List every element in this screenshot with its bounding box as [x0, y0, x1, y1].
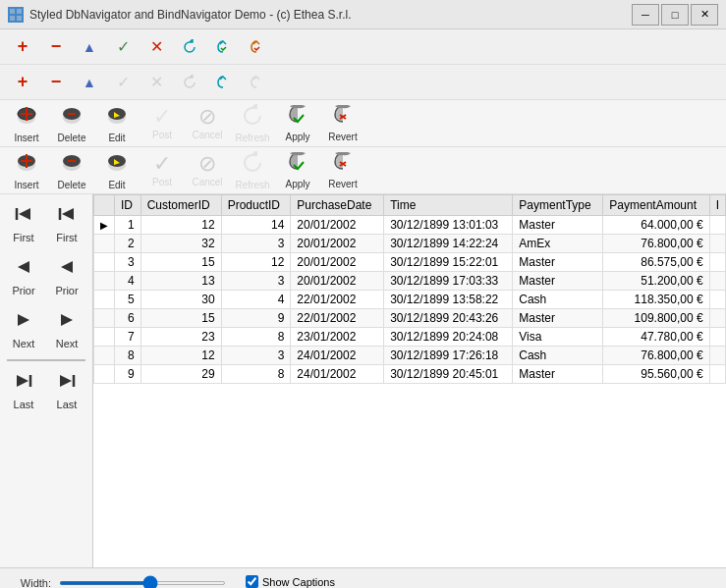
- toolbar1-up-btn[interactable]: ▲: [75, 33, 104, 61]
- cell-purchasedate: 24/01/2002: [291, 365, 384, 384]
- delete3-button[interactable]: Delete: [49, 102, 94, 145]
- refresh3-button[interactable]: Refresh: [230, 102, 275, 145]
- apply4-icon: [285, 152, 310, 177]
- toolbar1-check-btn[interactable]: ✓: [108, 33, 138, 61]
- cell-paymentamount: 109.800,00 €: [603, 309, 709, 328]
- toolbar2-refresh-btn[interactable]: [175, 69, 204, 96]
- show-captions-checkbox[interactable]: [246, 575, 258, 588]
- table-row[interactable]: 3 15 12 20/01/2002 30/12/1899 15:22:01 M…: [94, 253, 726, 272]
- toolbar2-add-btn[interactable]: +: [8, 69, 37, 96]
- table-row[interactable]: 2 32 3 20/01/2002 30/12/1899 14:22:24 Am…: [94, 235, 726, 253]
- row-indicator: [94, 309, 115, 328]
- table-row[interactable]: 6 15 9 22/01/2002 30/12/1899 20:43:26 Ma…: [94, 309, 726, 328]
- col-paymentamount[interactable]: PaymentAmount: [603, 195, 709, 216]
- first-btn-left[interactable]: First: [3, 198, 44, 249]
- toolbar2-revert-btn[interactable]: [242, 69, 271, 96]
- apply3-button[interactable]: Apply: [275, 102, 320, 145]
- col-time[interactable]: Time: [384, 195, 513, 216]
- last-btn-right[interactable]: Last: [46, 365, 87, 416]
- last-btn-left[interactable]: Last: [3, 365, 44, 416]
- toolbar1-remove-btn[interactable]: −: [41, 33, 71, 61]
- last-right-icon: [57, 371, 77, 396]
- col-id[interactable]: ID: [115, 195, 141, 216]
- cell-customerid: 30: [140, 291, 221, 309]
- col-purchasedate[interactable]: PurchaseDate: [291, 195, 384, 216]
- table-row[interactable]: 4 13 3 20/01/2002 30/12/1899 17:03:33 Ma…: [94, 272, 726, 291]
- post3-button[interactable]: ✓ Post: [140, 102, 185, 145]
- table-row[interactable]: 7 23 8 23/01/2002 30/12/1899 20:24:08 Vi…: [94, 328, 726, 347]
- insert3-button[interactable]: Insert: [4, 102, 49, 145]
- cell-paymenttype: Master: [513, 309, 603, 328]
- cell-purchasedate: 24/01/2002: [291, 347, 384, 365]
- toolbar2-up-btn[interactable]: ▲: [75, 69, 104, 96]
- toolbar1-add-btn[interactable]: +: [8, 33, 37, 61]
- cell-time: 30/12/1899 20:45:01: [384, 365, 513, 384]
- prior-btn-right[interactable]: Prior: [46, 251, 87, 302]
- revert4-button[interactable]: Revert: [320, 149, 365, 192]
- toolbar2-apply-btn[interactable]: [208, 69, 238, 96]
- col-productid[interactable]: ProductID: [221, 195, 291, 216]
- insert-icon: [15, 104, 38, 131]
- next-btn-right[interactable]: Next: [46, 304, 87, 355]
- table-row[interactable]: 9 29 8 24/01/2002 30/12/1899 20:45:01 Ma…: [94, 365, 726, 384]
- cancel4-button[interactable]: ⊘ Cancel: [185, 149, 230, 192]
- cell-paymenttype: Master: [513, 253, 603, 272]
- cell-time: 30/12/1899 13:01:03: [384, 216, 513, 235]
- next-left-icon: [14, 310, 33, 335]
- nav-divider: [7, 359, 85, 361]
- cell-extra: [709, 309, 725, 328]
- post4-button[interactable]: ✓ Post: [140, 149, 185, 192]
- data-table-container[interactable]: ID CustomerID ProductID PurchaseDate Tim…: [93, 194, 726, 567]
- refresh4-icon: [241, 151, 264, 178]
- toolbar1-cancel-btn[interactable]: ✕: [141, 33, 171, 61]
- cell-extra: [709, 253, 725, 272]
- table-row[interactable]: ▶ 1 12 14 20/01/2002 30/12/1899 13:01:03…: [94, 216, 726, 235]
- toolbar2-cancel-btn[interactable]: ✕: [141, 69, 171, 96]
- refresh4-button[interactable]: Refresh: [230, 149, 275, 192]
- insert4-button[interactable]: Insert: [4, 149, 49, 192]
- cell-paymenttype: Cash: [513, 347, 603, 365]
- table-row[interactable]: 8 12 3 24/01/2002 30/12/1899 17:26:18 Ca…: [94, 347, 726, 365]
- cancel3-label: Cancel: [192, 130, 222, 140]
- cell-id: 8: [115, 347, 141, 365]
- apply4-button[interactable]: Apply: [275, 149, 320, 192]
- col-paymenttype[interactable]: PaymentType: [513, 195, 603, 216]
- toolbar2-check-btn[interactable]: ✓: [108, 69, 138, 96]
- next-btn-left[interactable]: Next: [3, 304, 44, 355]
- main-section: First First Prior: [0, 194, 726, 567]
- edit3-button[interactable]: Edit: [94, 102, 140, 145]
- close-button[interactable]: ✕: [691, 4, 718, 26]
- first-btn-right[interactable]: First: [46, 198, 87, 249]
- first-right-icon: [57, 204, 77, 229]
- delete4-button[interactable]: Delete: [49, 149, 94, 192]
- width-slider[interactable]: [59, 581, 226, 585]
- edit-icon: [105, 104, 129, 131]
- col-customerid[interactable]: CustomerID: [140, 195, 221, 216]
- revert4-label: Revert: [328, 179, 357, 189]
- toolbar1-revert-btn[interactable]: [242, 33, 271, 61]
- toolbar2-remove-btn[interactable]: −: [41, 69, 71, 96]
- edit4-button[interactable]: Edit: [94, 149, 140, 192]
- revert4-icon: [330, 152, 356, 177]
- prior-btn-left[interactable]: Prior: [3, 251, 44, 302]
- table-row[interactable]: 5 30 4 22/01/2002 30/12/1899 13:58:22 Ca…: [94, 291, 726, 309]
- cell-paymenttype: AmEx: [513, 235, 603, 253]
- cell-productid: 3: [221, 347, 291, 365]
- minimize-button[interactable]: ─: [632, 4, 659, 26]
- toolbar1-apply-btn[interactable]: [208, 33, 238, 61]
- cell-id: 1: [115, 216, 141, 235]
- cell-id: 6: [115, 309, 141, 328]
- toolbar1-refresh-btn[interactable]: [175, 33, 204, 61]
- delete4-label: Delete: [58, 180, 86, 190]
- svg-marker-27: [18, 261, 29, 273]
- revert3-button[interactable]: Revert: [320, 102, 365, 145]
- nav-panel: First First Prior: [0, 194, 93, 567]
- delete3-label: Delete: [58, 133, 86, 143]
- cell-paymentamount: 47.780,00 €: [603, 328, 709, 347]
- cell-id: 9: [115, 365, 141, 384]
- row-indicator: [94, 253, 115, 272]
- cell-customerid: 13: [140, 272, 221, 291]
- cell-paymentamount: 64.000,00 €: [603, 216, 709, 235]
- cancel3-button[interactable]: ⊘ Cancel: [185, 102, 230, 145]
- maximize-button[interactable]: □: [661, 4, 689, 26]
